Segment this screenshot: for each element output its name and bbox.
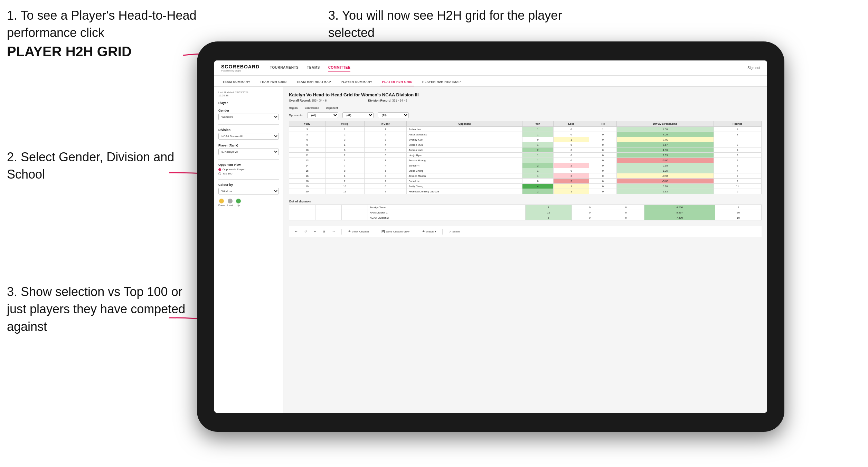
cell-loss: 0 <box>554 158 589 163</box>
cell-div <box>289 210 315 215</box>
legend-up: Up <box>236 199 241 207</box>
cell-tie: 1 <box>589 127 617 132</box>
cell-loss: 0 <box>554 168 589 173</box>
opponent-col-label: Opponent <box>326 106 338 109</box>
table-row: 15 8 5 Stella Cheng 1 0 0 1.25 4 <box>289 168 762 173</box>
cell-loss: 1 <box>554 189 589 194</box>
watch-label: Watch <box>426 230 434 233</box>
cell-conf: 3 <box>364 137 407 142</box>
cell-opponent: Jessica Huang <box>407 158 522 163</box>
cell-tie: 0 <box>589 137 617 142</box>
undo-btn[interactable]: ↩ <box>293 229 300 234</box>
cell-reg: 8 <box>325 168 364 173</box>
th-div: # Div <box>289 121 326 127</box>
cell-opponent: Federica Domecq Lacroze <box>407 189 522 194</box>
cell-diff: -5.00 <box>617 179 714 184</box>
opponents-played-radio[interactable] <box>218 168 221 171</box>
cell-div: 5 <box>289 132 326 137</box>
cell-div: 15 <box>289 168 326 173</box>
th-diff: Diff Av Strokes/Rnd <box>617 121 714 127</box>
opponents-filter-select[interactable]: (All) <box>307 112 338 118</box>
filter-opponent-col: Opponent <box>326 106 338 109</box>
overall-record: Overall Record: 353 - 34 - 6 <box>289 99 327 102</box>
cell-reg: 1 <box>325 173 364 179</box>
cell-reg: 2 <box>325 179 364 184</box>
cell-diff: 7.400 <box>644 215 715 220</box>
cell-tie: 0 <box>589 147 617 153</box>
share-btn[interactable]: ↗ Share <box>447 229 462 234</box>
instruction-3-bottom-text: 3. Show selection vs Top 100 or just pla… <box>7 285 185 334</box>
conference-label: Conference <box>304 106 319 109</box>
cell-win: 0 <box>522 179 554 184</box>
list-item: NCAA Division 2 5 0 0 7.400 10 <box>289 215 762 220</box>
redo-btn[interactable]: ↺ <box>302 229 309 234</box>
cell-rounds: 3 <box>714 142 761 147</box>
cell-diff: 3.33 <box>617 153 714 158</box>
cell-win: 2 <box>522 147 554 153</box>
more-btn[interactable]: ⋯ <box>330 229 337 234</box>
top-100-option[interactable]: Top 100 <box>218 172 279 175</box>
nav-committee[interactable]: COMMITTEE <box>328 64 351 72</box>
sub-nav-player-h2h-grid[interactable]: PLAYER H2H GRID <box>380 78 414 86</box>
color-legend: Down Level Up <box>218 199 279 207</box>
table-row: 6 3 3 Sydney Kuo 0 1 0 -1.00 <box>289 137 762 142</box>
main-content: Last Updated: 27/03/2024 16:55:38 Player… <box>214 87 767 413</box>
legend-level: Level <box>227 199 233 207</box>
watch-icon: 👁 <box>422 230 425 233</box>
division-select[interactable]: NCAA Division III NCAA Division I NCAA D… <box>218 133 279 140</box>
sub-nav-team-summary[interactable]: TEAM SUMMARY <box>221 78 252 86</box>
instruction-3-top-text: 3. You will now see H2H grid for the pla… <box>328 8 562 40</box>
cell-rounds: 3 <box>714 153 761 158</box>
th-win: Win <box>522 121 554 127</box>
tablet-device: SCOREBOARD Powered by clippd TOURNAMENTS… <box>197 41 784 432</box>
region-label: Region <box>289 106 298 109</box>
cell-div: 3 <box>289 127 326 132</box>
cell-opponent: Stella Cheng <box>407 168 522 173</box>
sub-nav-player-h2h-heatmap[interactable]: PLAYER H2H HEATMAP <box>421 78 462 86</box>
cell-div <box>289 215 315 220</box>
sub-nav-team-h2h-grid[interactable]: TEAM H2H GRID <box>258 78 288 86</box>
legend-dot-level <box>228 199 233 203</box>
redo2-btn[interactable]: ↩ <box>312 229 318 234</box>
sub-nav-player-summary[interactable]: PLAYER SUMMARY <box>339 78 374 86</box>
instruction-3-bottom: 3. Show selection vs Top 100 or just pla… <box>7 283 190 335</box>
cell-opponent: Alexis Sudjianto <box>407 132 522 137</box>
player-rank-select[interactable]: 8. Katelyn Vo <box>218 149 279 155</box>
cell-win: 4 <box>522 184 554 189</box>
sub-nav-team-h2h-heatmap[interactable]: TEAM H2H HEATMAP <box>295 78 332 86</box>
cell-reg: 1 <box>325 142 364 147</box>
toolbar-sep-3 <box>416 229 416 235</box>
table-row: 14 7 4 Eunice Yi 2 2 0 0.38 9 <box>289 163 762 168</box>
table-row: 3 1 1 Esther Lee 1 0 1 1.50 4 <box>289 127 762 132</box>
view-original-btn[interactable]: 👁 View: Original <box>346 229 371 234</box>
opponent-played-option[interactable]: Opponents Played <box>218 168 279 171</box>
table-row: 18 2 2 Euna Lee 0 3 0 -5.00 2 <box>289 179 762 184</box>
cell-rounds: 7 <box>714 173 761 179</box>
cell-conf: 2 <box>364 132 407 137</box>
cell-tie: 0 <box>589 189 617 194</box>
cell-conf <box>342 205 368 210</box>
instruction-1-text: 1. To see a Player's Head-to-Head perfor… <box>7 8 197 40</box>
cell-div: 13 <box>289 158 326 163</box>
nav-sign-out[interactable]: Sign out <box>747 66 760 70</box>
cell-tie: 0 <box>608 210 644 215</box>
colour-by-select[interactable]: Win/loss <box>218 188 279 194</box>
nav-teams[interactable]: TEAMS <box>307 64 320 72</box>
save-custom-view-btn[interactable]: 💾 Save Custom View <box>379 229 411 234</box>
gender-select[interactable]: Women's Men's <box>218 114 279 120</box>
opponent-filter-select[interactable]: (All) <box>378 112 409 118</box>
sub-nav: TEAM SUMMARY TEAM H2H GRID TEAM H2H HEAT… <box>214 76 767 87</box>
watch-btn[interactable]: 👁 Watch ▾ <box>420 229 438 234</box>
top-100-radio[interactable] <box>218 172 221 175</box>
table-row: 9 1 4 Sharon Mun 1 0 0 3.67 3 <box>289 142 762 147</box>
opponent-view-label: Opponent view <box>218 163 279 166</box>
cell-div <box>289 205 315 210</box>
opponents-label-text: Opponents: <box>289 114 303 117</box>
cell-tie: 0 <box>589 184 617 189</box>
cell-loss: 0 <box>572 215 608 220</box>
nav-tournaments[interactable]: TOURNAMENTS <box>270 64 299 72</box>
legend-dot-up <box>236 199 241 203</box>
conference-filter-select[interactable]: (All) <box>342 112 374 118</box>
cell-conf: 6 <box>364 184 407 189</box>
copy-btn[interactable]: ⊞ <box>321 229 328 234</box>
